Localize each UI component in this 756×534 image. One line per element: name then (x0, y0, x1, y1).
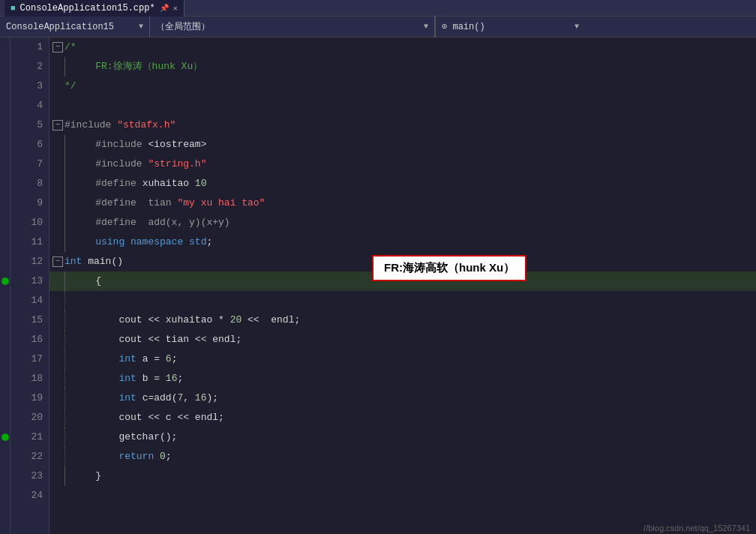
code-line-24 (50, 486, 756, 506)
margin-15 (0, 310, 10, 330)
line-num-5: 5 (10, 116, 49, 135)
code-line-10: #define add(x, y)(x+y) (50, 213, 756, 232)
code-line-18: int b = 16; (50, 369, 756, 388)
line-num-18: 18 (10, 369, 49, 388)
margin-1 (0, 38, 10, 57)
scope-dropdown-label: （全局范围） (156, 20, 210, 33)
close-tab-button[interactable]: ✕ (173, 4, 178, 13)
line-num-6: 6 (10, 135, 49, 154)
line-num-15: 15 (10, 310, 49, 330)
margin-23 (0, 466, 10, 486)
title-bar: ■ ConsoleApplication15.cpp* 📌 ✕ (0, 0, 756, 16)
margin-22 (0, 447, 10, 466)
code-line-11: using namespace std; (50, 232, 756, 252)
code-line-23: } (50, 466, 756, 486)
line-num-3: 3 (10, 76, 49, 96)
line-num-22: 22 (10, 447, 49, 466)
watermark: //blog.csdn.net/qq_15267341 (644, 524, 750, 532)
code-line-3: */ (50, 76, 756, 96)
code-line-5: − #include "stdafx.h" (50, 116, 756, 135)
margin-4 (0, 96, 10, 116)
margin-5 (0, 116, 10, 135)
active-tab[interactable]: ■ ConsoleApplication15.cpp* 📌 ✕ (4, 0, 184, 16)
margin-area (0, 38, 10, 534)
margin-3 (0, 76, 10, 96)
collapse-12[interactable]: − (52, 256, 63, 267)
code-line-17: int a = 6; (50, 350, 756, 369)
margin-7 (0, 154, 10, 174)
line-num-8: 8 (10, 174, 49, 194)
margin-19 (0, 388, 10, 408)
code-content[interactable]: − /* FR:徐海涛（hunk Xu） */ − #include "stda… (50, 38, 756, 534)
tab-area: ■ ConsoleApplication15.cpp* 📌 ✕ (4, 0, 184, 16)
line-num-7: 7 (10, 154, 49, 174)
code-line-16: cout << tian << endl; (50, 330, 756, 350)
code-line-7: #include "string.h" (50, 154, 756, 174)
line-num-16: 16 (10, 330, 49, 350)
code-line-21: getchar(); (50, 428, 756, 447)
margin-11 (0, 232, 10, 252)
code-line-9: #define tian "my xu hai tao" (50, 194, 756, 213)
margin-16 (0, 330, 10, 350)
margin-20 (0, 408, 10, 428)
line-num-19: 19 (10, 388, 49, 408)
code-line-15: cout << xuhaitao * 20 << endl; (50, 310, 756, 330)
function-dropdown-arrow: ▼ (574, 22, 579, 31)
margin-12 (0, 252, 10, 272)
code-line-4 (50, 96, 756, 116)
function-dropdown-label: ⊙ main() (442, 21, 485, 32)
tab-filename: ConsoleApplication15.cpp* (20, 3, 155, 14)
line-num-10: 10 (10, 213, 49, 232)
code-line-22: return 0; (50, 447, 756, 466)
line-num-14: 14 (10, 291, 49, 310)
margin-2 (0, 57, 10, 76)
scope-dropdown-arrow: ▼ (424, 22, 428, 31)
tooltip-popup: FR:海涛高软（hunk Xu） (372, 255, 526, 281)
line-num-4: 4 (10, 96, 49, 116)
nav-bar: ConsoleApplication15 ▼ （全局范围） ▼ ⊙ main()… (0, 16, 756, 38)
line-num-2: 2 (10, 57, 49, 76)
watermark-text: //blog.csdn.net/qq_15267341 (644, 524, 750, 532)
line-num-21: 21 (10, 428, 49, 447)
code-line-2: FR:徐海涛（hunk Xu） (50, 57, 756, 76)
line-num-12: 12 (10, 252, 49, 272)
margin-13 (0, 272, 10, 291)
margin-8 (0, 174, 10, 194)
line-num-24: 24 (10, 486, 49, 506)
project-dropdown[interactable]: ConsoleApplication15 ▼ (0, 16, 150, 38)
code-line-8: #define xuhaitao 10 (50, 174, 756, 194)
margin-14 (0, 291, 10, 310)
margin-17 (0, 350, 10, 369)
scope-dropdown[interactable]: （全局范围） ▼ (150, 16, 435, 38)
code-line-1: − /* (50, 38, 756, 57)
line-num-17: 17 (10, 350, 49, 369)
line-num-13: 13 (10, 272, 49, 291)
margin-18 (0, 369, 10, 388)
line-numbers: 1 2 3 4 5 6 7 8 9 10 11 12 13 14 15 16 1… (10, 38, 50, 534)
line-num-11: 11 (10, 232, 49, 252)
function-dropdown[interactable]: ⊙ main() ▼ (435, 16, 585, 38)
code-line-19: int c=add(7, 16); (50, 388, 756, 408)
margin-10 (0, 213, 10, 232)
line-num-9: 9 (10, 194, 49, 213)
code-line-6: #include <iostream> (50, 135, 756, 154)
collapse-5[interactable]: − (52, 120, 63, 130)
margin-9 (0, 194, 10, 213)
code-line-14 (50, 291, 756, 310)
code-line-20: cout << c << endl; (50, 408, 756, 428)
project-dropdown-arrow: ▼ (139, 22, 143, 31)
margin-6 (0, 135, 10, 154)
project-dropdown-label: ConsoleApplication15 (6, 22, 114, 32)
tooltip-text: FR:海涛高软（hunk Xu） (384, 261, 514, 274)
pin-icon[interactable]: 📌 (160, 4, 169, 13)
gutter: 1 2 3 4 5 6 7 8 9 10 11 12 13 14 15 16 1… (0, 38, 50, 534)
editor-area: 1 2 3 4 5 6 7 8 9 10 11 12 13 14 15 16 1… (0, 38, 756, 534)
line-num-20: 20 (10, 408, 49, 428)
margin-21 (0, 428, 10, 447)
margin-24 (0, 486, 10, 506)
collapse-1[interactable]: − (52, 42, 63, 52)
line-num-23: 23 (10, 466, 49, 486)
line-num-1: 1 (10, 38, 49, 57)
